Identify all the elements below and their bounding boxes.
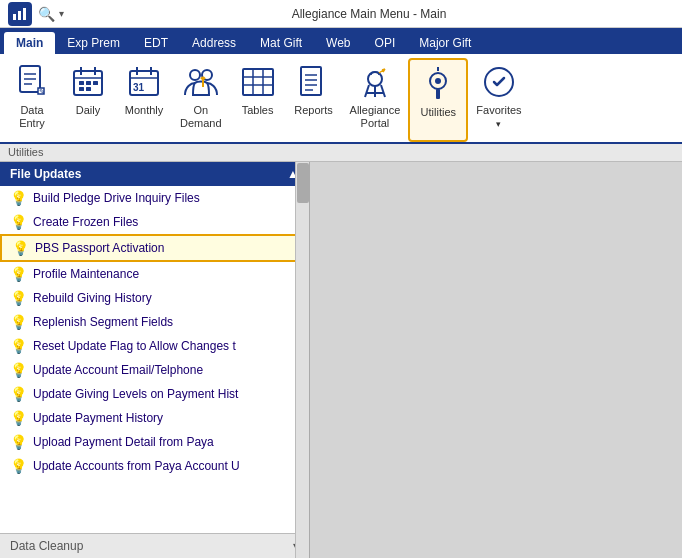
bullet-icon: 💡 (10, 290, 27, 306)
list-item-update-accounts-paya[interactable]: 💡 Update Accounts from Paya Account U (0, 454, 309, 478)
data-cleanup-label: Data Cleanup (10, 539, 83, 553)
window-title: Allegiance Main Menu - Main (64, 7, 674, 21)
item-label: Replenish Segment Fields (33, 315, 173, 329)
reports-label: Reports (294, 104, 333, 117)
bullet-icon: 💡 (10, 214, 27, 230)
tab-address[interactable]: Address (180, 32, 248, 54)
item-label: Rebuild Giving History (33, 291, 152, 305)
svg-rect-13 (86, 81, 91, 85)
allegiance-portal-label: AllegiancePortal (350, 104, 401, 130)
item-label: Create Frozen Files (33, 215, 138, 229)
svg-text:31: 31 (133, 82, 145, 93)
tab-major-gift[interactable]: Major Gift (407, 32, 483, 54)
ribbon-tab-bar: Main Exp Prem EDT Address Mat Gift Web O… (0, 28, 682, 54)
ribbon-allegiance-portal[interactable]: AllegiancePortal (342, 58, 409, 142)
item-label: Update Giving Levels on Payment Hist (33, 387, 238, 401)
panel-scroll[interactable]: File Updates ▲ 💡 Build Pledge Drive Inqu… (0, 162, 309, 533)
svg-rect-12 (79, 81, 84, 85)
app-logo (8, 2, 32, 26)
allegiance-portal-icon (355, 62, 395, 102)
favorites-icon (479, 62, 519, 102)
tab-main[interactable]: Main (4, 32, 55, 54)
data-entry-icon: ✎ (12, 62, 52, 102)
file-updates-label: File Updates (10, 167, 81, 181)
ribbon-body: ✎ DataEntry Daily (0, 54, 682, 144)
item-label: Update Account Email/Telphone (33, 363, 203, 377)
list-item-reset-update[interactable]: 💡 Reset Update Flag to Allow Changes t (0, 334, 309, 358)
item-label: Upload Payment Detail from Paya (33, 435, 214, 449)
item-label: PBS Passport Activation (35, 241, 164, 255)
ribbon-favorites[interactable]: Favorites▾ (468, 58, 529, 142)
tables-icon (238, 62, 278, 102)
search-area[interactable]: 🔍 ▾ (38, 6, 64, 22)
bullet-icon: 💡 (10, 410, 27, 426)
item-label: Reset Update Flag to Allow Changes t (33, 339, 236, 353)
file-updates-header: File Updates ▲ (0, 162, 309, 186)
monthly-icon: 31 (124, 62, 164, 102)
utilities-section-label: Utilities (0, 144, 682, 162)
list-item-pbs-passport[interactable]: 💡 PBS Passport Activation (0, 234, 309, 262)
svg-point-34 (368, 72, 382, 86)
daily-label: Daily (76, 104, 100, 117)
ribbon-daily[interactable]: Daily (60, 58, 116, 142)
item-label: Build Pledge Drive Inquiry Files (33, 191, 200, 205)
list-item-build-pledge[interactable]: 💡 Build Pledge Drive Inquiry Files (0, 186, 309, 210)
list-item-replenish-segment[interactable]: 💡 Replenish Segment Fields (0, 310, 309, 334)
scroll-thumb[interactable] (297, 163, 309, 203)
data-entry-label: DataEntry (19, 104, 45, 130)
list-item-update-giving-levels[interactable]: 💡 Update Giving Levels on Payment Hist (0, 382, 309, 406)
ribbon-tables[interactable]: Tables (230, 58, 286, 142)
left-panel: File Updates ▲ 💡 Build Pledge Drive Inqu… (0, 162, 310, 558)
svg-rect-1 (18, 11, 21, 20)
favorites-label: Favorites▾ (476, 104, 521, 130)
ribbon-reports[interactable]: Reports (286, 58, 342, 142)
monthly-label: Monthly (125, 104, 164, 117)
svg-rect-15 (79, 87, 84, 91)
ribbon-on-demand[interactable]: OnDemand (172, 58, 230, 142)
svg-rect-24 (243, 69, 273, 95)
bullet-icon: 💡 (10, 458, 27, 474)
item-label: Update Payment History (33, 411, 163, 425)
svg-text:✎: ✎ (39, 88, 45, 95)
svg-rect-16 (86, 87, 91, 91)
reports-icon (294, 62, 334, 102)
on-demand-icon (181, 62, 221, 102)
svg-rect-38 (436, 89, 440, 99)
on-demand-label: OnDemand (180, 104, 222, 130)
list-item-profile-maintenance[interactable]: 💡 Profile Maintenance (0, 262, 309, 286)
title-bar: 🔍 ▾ Allegiance Main Menu - Main (0, 0, 682, 28)
tab-opi[interactable]: OPI (363, 32, 408, 54)
search-icon[interactable]: 🔍 (38, 6, 55, 22)
list-item-update-account-email[interactable]: 💡 Update Account Email/Telphone (0, 358, 309, 382)
list-item-rebuild-giving[interactable]: 💡 Rebuild Giving History (0, 286, 309, 310)
utilities-label: Utilities (421, 106, 456, 119)
ribbon-data-entry[interactable]: ✎ DataEntry (4, 58, 60, 142)
tab-web[interactable]: Web (314, 32, 362, 54)
bullet-icon: 💡 (10, 314, 27, 330)
ribbon-monthly[interactable]: 31 Monthly (116, 58, 172, 142)
right-panel (310, 162, 682, 558)
scroll-track[interactable] (295, 162, 309, 558)
ribbon-utilities[interactable]: Utilities (408, 58, 468, 142)
tables-label: Tables (242, 104, 274, 117)
svg-rect-0 (13, 14, 16, 20)
svg-rect-29 (301, 67, 321, 95)
item-label: Profile Maintenance (33, 267, 139, 281)
bullet-icon: 💡 (10, 362, 27, 378)
svg-rect-14 (93, 81, 98, 85)
list-item-create-frozen[interactable]: 💡 Create Frozen Files (0, 210, 309, 234)
svg-point-36 (435, 78, 441, 84)
bullet-icon: 💡 (10, 190, 27, 206)
daily-icon (68, 62, 108, 102)
bullet-icon: 💡 (10, 338, 27, 354)
list-item-update-payment[interactable]: 💡 Update Payment History (0, 406, 309, 430)
list-item-upload-payment[interactable]: 💡 Upload Payment Detail from Paya (0, 430, 309, 454)
bullet-icon: 💡 (10, 434, 27, 450)
svg-point-22 (190, 70, 200, 80)
tab-edt[interactable]: EDT (132, 32, 180, 54)
bullet-icon: 💡 (10, 386, 27, 402)
tab-exp-prem[interactable]: Exp Prem (55, 32, 132, 54)
item-label: Update Accounts from Paya Account U (33, 459, 240, 473)
data-cleanup-section[interactable]: Data Cleanup ▾ (0, 533, 309, 558)
tab-mat-gift[interactable]: Mat Gift (248, 32, 314, 54)
